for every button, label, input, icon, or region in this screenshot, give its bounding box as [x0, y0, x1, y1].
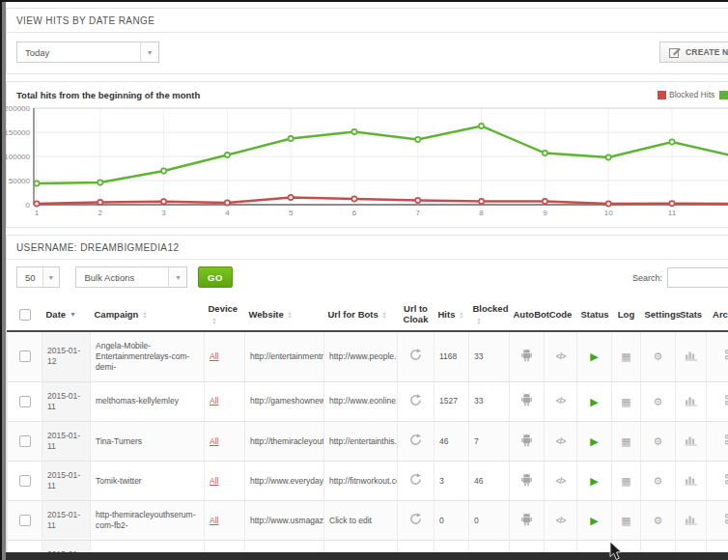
url-for-bots-cell: http://entertainthis.usatod...: [324, 422, 398, 462]
cloak-refresh-icon[interactable]: [409, 473, 422, 486]
legend-item-blocked: Blocked Hits: [658, 90, 714, 99]
column-header-autobot: AutoBot: [510, 298, 545, 331]
create-new-campaign-button[interactable]: CREATE NEW CAMPAIGN: [659, 42, 728, 63]
cloak-refresh-icon[interactable]: [409, 349, 422, 361]
select-all-checkbox[interactable]: [19, 309, 31, 321]
autobot-android-icon[interactable]: [520, 513, 533, 526]
log-grid-icon[interactable]: ▦: [621, 396, 630, 407]
settings-gear-icon[interactable]: ⚙: [654, 396, 663, 407]
column-header-hits[interactable]: Hits▲▼: [434, 298, 469, 331]
campaign-cell: http-themiracleyouthserum-com-fb2-: [91, 501, 205, 541]
code-icon[interactable]: </>: [556, 476, 565, 486]
table-row: 2015-01-11 Tomik-twitter All http://www.…: [8, 462, 728, 501]
archive-stack-icon[interactable]: [723, 394, 728, 406]
website-cell: http://gameshownews.net: [245, 381, 324, 421]
archive-stack-icon[interactable]: [723, 349, 728, 361]
sort-icon: ▲▼: [142, 311, 147, 319]
row-checkbox[interactable]: [19, 396, 31, 407]
log-grid-icon[interactable]: ▦: [621, 515, 630, 526]
url-for-bots-cell: http://www.eonline.com/n...: [324, 381, 398, 421]
column-header-campaign[interactable]: Campaign▲▼: [91, 298, 205, 331]
campaign-cell: melthomas-kellylemley: [91, 381, 205, 421]
campaign-cell: Tomik-twitter: [91, 462, 205, 501]
column-header-date[interactable]: Date▼: [42, 298, 91, 331]
chevron-down-icon: ▾: [42, 267, 59, 287]
cloak-refresh-icon[interactable]: [409, 513, 422, 525]
log-grid-icon[interactable]: ▦: [621, 350, 630, 362]
row-checkbox[interactable]: [19, 435, 31, 447]
bulk-actions-select[interactable]: Bulk Actions ▾: [75, 266, 187, 288]
stats-chart-icon[interactable]: [685, 349, 698, 361]
blocked-cell: 33: [469, 381, 510, 421]
go-button[interactable]: GO: [198, 266, 233, 288]
column-header-url-to-cloak[interactable]: Url to Cloak: [398, 298, 434, 331]
device-link[interactable]: All: [210, 516, 218, 525]
compose-pencil-icon: [669, 46, 681, 58]
campaigns-table: Date▼ Campaign▲▼ Device▲▼ Website▲▼ Url …: [7, 298, 728, 560]
row-checkbox[interactable]: [19, 475, 31, 487]
page-size-select[interactable]: 50 ▾: [16, 266, 60, 288]
device-link[interactable]: All: [210, 476, 218, 486]
code-icon[interactable]: </>: [556, 396, 565, 406]
svg-text:150000: 150000: [5, 128, 31, 137]
sort-icon: ▲▼: [477, 317, 482, 324]
cloak-refresh-icon[interactable]: [409, 394, 422, 406]
row-checkbox[interactable]: [19, 350, 31, 362]
column-header-url-for-bots[interactable]: Url for Bots▲▼: [324, 298, 398, 331]
hits-cell: 46: [434, 422, 469, 462]
stats-chart-icon[interactable]: [685, 434, 698, 446]
date-cell: 2015-01-11: [42, 501, 91, 541]
log-grid-icon[interactable]: ▦: [621, 435, 630, 447]
autobot-android-icon[interactable]: [520, 434, 533, 447]
hits-line-chart: 050000100000150000200000123456789101112: [5, 100, 728, 222]
status-play-icon[interactable]: ▶: [590, 396, 598, 407]
column-header-blocked[interactable]: Blocked▲▼: [469, 298, 510, 331]
url-for-bots-cell: http://fitnworkout.com/: [324, 462, 398, 501]
device-link[interactable]: All: [210, 351, 218, 361]
date-range-select-value: Today: [17, 42, 140, 62]
stats-chart-icon[interactable]: [685, 513, 698, 525]
archive-stack-icon[interactable]: [723, 513, 728, 525]
settings-gear-icon[interactable]: ⚙: [654, 475, 663, 487]
date-cell: 2015-01-11: [42, 462, 91, 501]
legend-item-visitors: Visitors: [719, 90, 728, 99]
table-row: 2015-01-12 Angela-Mobile-Entertainmentre…: [8, 331, 728, 382]
search-input[interactable]: [667, 267, 728, 288]
settings-gear-icon[interactable]: ⚙: [654, 350, 663, 362]
svg-text:11: 11: [668, 209, 677, 217]
svg-text:8: 8: [479, 209, 484, 217]
svg-text:10: 10: [604, 209, 613, 217]
stats-chart-icon[interactable]: [685, 473, 698, 486]
column-header-device[interactable]: Device▲▼: [205, 298, 245, 331]
column-header-status: Status: [577, 298, 612, 331]
column-header-website[interactable]: Website▲▼: [245, 298, 324, 331]
code-icon[interactable]: </>: [556, 516, 565, 525]
log-grid-icon[interactable]: ▦: [621, 475, 630, 487]
code-icon[interactable]: </>: [556, 351, 565, 361]
cloak-refresh-icon[interactable]: [409, 434, 422, 446]
date-range-select[interactable]: Today ▾: [16, 42, 159, 63]
svg-text:4: 4: [225, 209, 230, 217]
settings-gear-icon[interactable]: ⚙: [654, 435, 663, 447]
status-play-icon[interactable]: ▶: [590, 435, 598, 447]
date-cell: 2015-01-11: [42, 381, 91, 421]
hits-cell: 3: [434, 462, 469, 501]
campaign-cell: Angela-Mobile-Entertainmentrelays-com-de…: [91, 331, 205, 382]
autobot-android-icon[interactable]: [520, 349, 533, 362]
device-link[interactable]: All: [210, 436, 218, 446]
campaign-table-body: 2015-01-12 Angela-Mobile-Entertainmentre…: [8, 331, 728, 560]
table-row: 2015-01-11 Tina-Turners All http://themi…: [8, 422, 728, 462]
archive-stack-icon[interactable]: [723, 473, 728, 486]
device-link[interactable]: All: [210, 396, 218, 406]
autobot-android-icon[interactable]: [520, 393, 533, 406]
column-header-archive: Archive: [707, 298, 728, 331]
archive-stack-icon[interactable]: [723, 434, 728, 446]
autobot-android-icon[interactable]: [520, 473, 533, 487]
status-play-icon[interactable]: ▶: [590, 475, 598, 487]
row-checkbox[interactable]: [19, 515, 31, 526]
settings-gear-icon[interactable]: ⚙: [654, 515, 663, 526]
code-icon[interactable]: </>: [556, 436, 565, 446]
status-play-icon[interactable]: ▶: [590, 515, 598, 526]
stats-chart-icon[interactable]: [685, 394, 698, 406]
status-play-icon[interactable]: ▶: [590, 350, 598, 362]
